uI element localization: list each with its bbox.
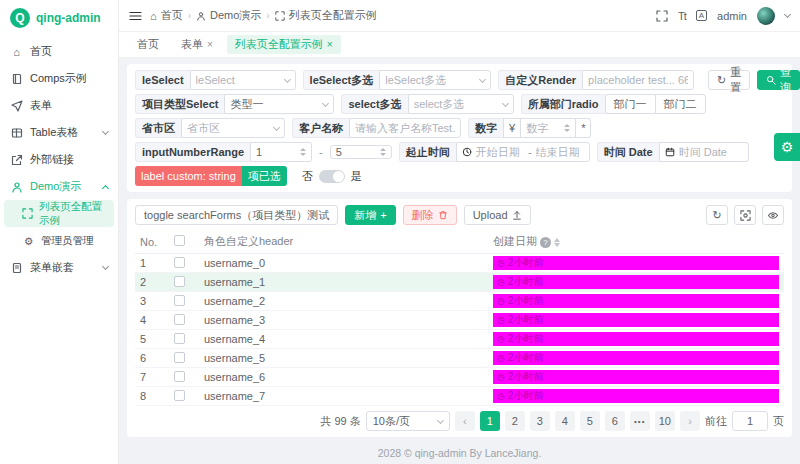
col-header-date[interactable]: 创建日期? [488, 230, 784, 254]
row-checkbox[interactable] [174, 257, 185, 268]
page-button[interactable]: 5 [580, 411, 600, 431]
page-button[interactable]: 3 [530, 411, 550, 431]
query-button[interactable]: 查询 [757, 70, 800, 90]
sidebar-item-list-page-demo[interactable]: 列表页全配置示例 [4, 200, 114, 227]
select-multi-select[interactable]: select多选 [408, 94, 514, 114]
number-range-to-input[interactable]: 5 [330, 145, 392, 159]
page-button[interactable]: 2 [505, 411, 525, 431]
table-row[interactable]: 8 username_7 ◷2小时前 [135, 387, 784, 406]
time-date-input[interactable]: 时间 Date [659, 142, 749, 162]
font-size-icon[interactable]: Tt [678, 10, 686, 22]
more-pages-button[interactable]: ••• [630, 411, 650, 431]
table-row[interactable]: 5 username_4 ◷2小时前 [135, 330, 784, 349]
goto-page-input[interactable]: 1 [732, 411, 768, 431]
row-checkbox[interactable] [174, 390, 185, 401]
add-button[interactable]: 新增 + [345, 205, 395, 225]
table-row[interactable]: 4 username_3 ◷2小时前 [135, 311, 784, 330]
reset-button[interactable]: ↻ 重置 [708, 70, 750, 90]
sidebar-menu: ⌂ 首页 Comps示例 表单 Table表格 外部链接 [0, 36, 118, 464]
delete-button[interactable]: 删除 [403, 205, 457, 225]
username[interactable]: admin [717, 10, 747, 22]
input-placeholder: 请输入客户名称Test... [355, 121, 455, 136]
date-range-input[interactable]: 开始日期 - 结束日期 [456, 142, 590, 162]
row-checkbox[interactable] [174, 314, 185, 325]
chevron-down-icon [102, 262, 109, 269]
table-row[interactable]: 3 username_2 ◷2小时前 [135, 292, 784, 311]
field-region: 省市区 省市区 [135, 118, 285, 138]
cell-name: username_0 [199, 254, 488, 273]
leselect-select[interactable]: leSelect [190, 70, 296, 90]
page-button[interactable]: 10 [655, 411, 675, 431]
tab-home[interactable]: 首页 [129, 35, 167, 54]
project-type-select[interactable]: 类型一 [224, 94, 334, 114]
table-row[interactable]: 7 username_6 ◷2小时前 [135, 368, 784, 387]
toggle-search-forms-button[interactable]: toggle searchForms（项目类型）测试 [135, 205, 338, 225]
row-checkbox[interactable] [174, 295, 185, 306]
settings-gear-button[interactable]: ⚙ [774, 133, 800, 161]
sidebar-item-form[interactable]: 表单 [0, 92, 118, 119]
avatar[interactable] [757, 7, 775, 25]
select-all-checkbox[interactable] [174, 235, 185, 246]
table-row[interactable]: 2 username_1 ◷2小时前 [135, 273, 784, 292]
page-button[interactable]: 1 [480, 411, 500, 431]
field-label: 项目类型Select [135, 94, 224, 114]
customer-name-input[interactable]: 请输入客户名称Test... [349, 118, 461, 138]
chevron-down-icon[interactable] [784, 10, 791, 17]
language-icon[interactable]: A [696, 10, 707, 21]
sidebar-item-label: 首页 [30, 44, 108, 59]
eye-icon[interactable] [762, 205, 784, 225]
fullscreen-search-icon[interactable] [734, 205, 756, 225]
radio-dept-2[interactable]: 部门二 [655, 94, 706, 114]
prev-page-button[interactable]: ‹ [455, 411, 475, 431]
chevron-down-icon [322, 99, 329, 106]
table-row[interactable]: 6 username_5 ◷2小时前 [135, 349, 784, 368]
sidebar-item-comps[interactable]: Comps示例 [0, 65, 118, 92]
sidebar-item-demo[interactable]: Demo演示 [0, 173, 118, 200]
close-icon[interactable]: × [327, 39, 333, 50]
sidebar-item-external-link[interactable]: 外部链接 [0, 146, 118, 173]
next-page-button[interactable]: › [680, 411, 700, 431]
form-row-5: label custom: string 项已选 否 是 [135, 166, 784, 186]
button-label: 删除 [412, 208, 434, 223]
number-stepper[interactable] [564, 124, 570, 132]
table-row[interactable]: 1 username_0 ◷2小时前 [135, 254, 784, 273]
tab-form[interactable]: 表单 × [173, 35, 221, 54]
users-icon [196, 11, 206, 21]
question-circle-icon: ? [540, 237, 551, 248]
sidebar-item-home[interactable]: ⌂ 首页 [0, 38, 118, 65]
tab-list-page-demo[interactable]: 列表页全配置示例 × [227, 35, 341, 54]
number-range-from-input[interactable]: 1 [250, 142, 312, 162]
number-stepper[interactable] [380, 148, 386, 156]
field-number-range: inputNumberRange 1 [135, 142, 312, 162]
sidebar-item-admin-manage[interactable]: ⚙ 管理员管理 [0, 227, 118, 254]
leselect-multi-select[interactable]: leSelect多选 [379, 70, 491, 90]
toggle-switch[interactable] [319, 170, 345, 183]
fullscreen-icon[interactable] [656, 10, 668, 22]
radio-dept-1[interactable]: 部门一 [605, 94, 655, 114]
refresh-icon[interactable]: ↻ [706, 205, 728, 225]
hamburger-icon[interactable] [129, 10, 142, 22]
clock-icon: ◷ [497, 353, 505, 363]
upload-button[interactable]: Upload [464, 205, 531, 225]
sidebar-item-table[interactable]: Table表格 [0, 119, 118, 146]
breadcrumb-home[interactable]: ⌂ 首页 [150, 8, 183, 23]
sort-icon[interactable] [554, 238, 560, 247]
breadcrumb-demo[interactable]: Demo演示 [196, 8, 261, 23]
page-button[interactable]: 6 [605, 411, 625, 431]
field-label: 自定义Render [498, 70, 582, 90]
row-checkbox[interactable] [174, 352, 185, 363]
sidebar-item-menu-nested[interactable]: 菜单嵌套 [0, 254, 118, 281]
close-icon[interactable]: × [207, 39, 213, 50]
page-button[interactable]: 4 [555, 411, 575, 431]
logo[interactable]: Q qing-admin [0, 0, 118, 36]
select-placeholder: 省市区 [187, 121, 270, 136]
number-stepper[interactable] [300, 148, 306, 156]
cell-no: 6 [135, 349, 169, 368]
region-select[interactable]: 省市区 [181, 118, 285, 138]
row-checkbox[interactable] [174, 276, 185, 287]
custom-render-input[interactable]: placeholder test... 666 [582, 70, 694, 90]
number-input[interactable]: 数字 [520, 118, 576, 138]
page-size-select[interactable]: 10条/页 [366, 411, 450, 431]
row-checkbox[interactable] [174, 333, 185, 344]
row-checkbox[interactable] [174, 371, 185, 382]
